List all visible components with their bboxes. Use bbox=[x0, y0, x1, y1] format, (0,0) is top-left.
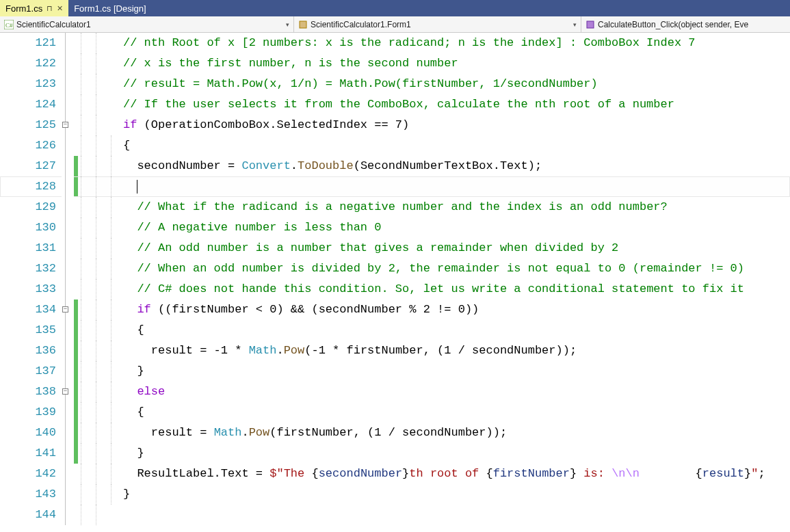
code-text[interactable] bbox=[123, 176, 790, 197]
code-line[interactable]: 136 result = -1 * Math.Pow(-1 * firstNum… bbox=[0, 341, 790, 361]
nav-project-dropdown[interactable]: C# ScientificCalculator1 ▾ bbox=[0, 16, 294, 32]
line-number: 140 bbox=[0, 423, 62, 443]
chevron-down-icon: ▾ bbox=[286, 21, 289, 28]
code-line[interactable]: 133 // C# does not hande this condition.… bbox=[0, 279, 790, 300]
svg-text:C#: C# bbox=[5, 22, 13, 29]
code-line[interactable]: 138− else bbox=[0, 382, 790, 402]
code-text[interactable]: } bbox=[123, 443, 790, 464]
code-text[interactable]: // If the user selects it from the Combo… bbox=[123, 94, 790, 115]
line-number: 128 bbox=[0, 176, 62, 197]
code-text[interactable]: // C# does not hande this condition. So,… bbox=[123, 279, 790, 300]
navigation-bar: C# ScientificCalculator1 ▾ ScientificCal… bbox=[0, 16, 790, 33]
fold-toggle-icon[interactable]: − bbox=[62, 306, 68, 312]
code-text[interactable]: ResultLabel.Text = $"The {secondNumber}t… bbox=[123, 464, 790, 484]
code-line[interactable]: 141 } bbox=[0, 443, 790, 464]
line-number: 123 bbox=[0, 74, 62, 94]
outline-gutter: − bbox=[62, 115, 74, 135]
code-line[interactable]: 134− if ((firstNumber < 0) && (secondNum… bbox=[0, 300, 790, 320]
code-line[interactable]: 129 // What if the radicand is a negativ… bbox=[0, 197, 790, 217]
nav-member-dropdown[interactable]: CalculateButton_Click(object sender, Eve bbox=[581, 16, 790, 32]
line-number: 134 bbox=[0, 300, 62, 320]
outline-gutter bbox=[62, 94, 74, 115]
line-number: 126 bbox=[0, 135, 62, 156]
line-number: 129 bbox=[0, 197, 62, 217]
code-line[interactable]: 140 result = Math.Pow(firstNumber, (1 / … bbox=[0, 423, 790, 443]
method-icon bbox=[585, 20, 595, 29]
line-number: 131 bbox=[0, 238, 62, 258]
code-line[interactable]: 139 { bbox=[0, 402, 790, 423]
code-text[interactable]: // x is the first number, n is the secon… bbox=[123, 53, 790, 74]
code-text[interactable]: result = Math.Pow(firstNumber, (1 / seco… bbox=[123, 423, 790, 443]
tab-form1-design[interactable]: Form1.cs [Design] bbox=[68, 0, 151, 16]
outline-gutter bbox=[62, 402, 74, 423]
nav-class-dropdown[interactable]: ScientificCalculator1.Form1 ▾ bbox=[294, 16, 581, 32]
outline-gutter bbox=[62, 33, 74, 53]
close-icon[interactable]: ✕ bbox=[57, 4, 63, 13]
code-text[interactable]: secondNumber = Convert.ToDouble(SecondNu… bbox=[123, 156, 790, 176]
outline-gutter bbox=[62, 443, 74, 464]
code-text[interactable]: result = -1 * Math.Pow(-1 * firstNumber,… bbox=[123, 341, 790, 361]
code-line[interactable]: 130 // A negative number is less than 0 bbox=[0, 217, 790, 238]
code-line[interactable]: 123// result = Math.Pow(x, 1/n) = Math.P… bbox=[0, 74, 790, 94]
code-text[interactable]: if (OperationComboBox.SelectedIndex == 7… bbox=[123, 115, 790, 135]
line-number: 138 bbox=[0, 382, 62, 402]
tab-form1-cs[interactable]: Form1.cs ⊓ ✕ bbox=[0, 0, 68, 16]
outline-gutter bbox=[62, 361, 74, 382]
code-line[interactable]: 137 } bbox=[0, 361, 790, 382]
code-text[interactable]: else bbox=[123, 382, 790, 402]
code-text[interactable]: // What if the radicand is a negative nu… bbox=[123, 197, 790, 217]
code-line[interactable]: 121// nth Root of x [2 numbers: x is the… bbox=[0, 33, 790, 53]
code-line[interactable]: 132 // When an odd number is divided by … bbox=[0, 258, 790, 279]
outline-gutter bbox=[62, 258, 74, 279]
code-text[interactable]: // When an odd number is divided by 2, t… bbox=[123, 258, 790, 279]
line-number: 141 bbox=[0, 443, 62, 464]
code-line[interactable]: 125−if (OperationComboBox.SelectedIndex … bbox=[0, 115, 790, 135]
code-line[interactable]: 143} bbox=[0, 484, 790, 505]
code-line[interactable]: 142 ResultLabel.Text = $"The {secondNumb… bbox=[0, 464, 790, 484]
code-line[interactable]: 126{ bbox=[0, 135, 790, 156]
code-text[interactable]: { bbox=[123, 320, 790, 341]
code-text[interactable]: // nth Root of x [2 numbers: x is the ra… bbox=[123, 33, 790, 53]
code-text[interactable]: } bbox=[123, 361, 790, 382]
tab-bar: Form1.cs ⊓ ✕ Form1.cs [Design] bbox=[0, 0, 790, 16]
class-icon bbox=[298, 20, 308, 29]
code-text[interactable]: // A negative number is less than 0 bbox=[123, 217, 790, 238]
fold-toggle-icon[interactable]: − bbox=[62, 388, 68, 395]
outline-gutter bbox=[62, 197, 74, 217]
code-line[interactable]: 124// If the user selects it from the Co… bbox=[0, 94, 790, 115]
code-text[interactable]: } bbox=[123, 484, 790, 505]
code-line[interactable]: 144 bbox=[0, 505, 790, 525]
pin-icon[interactable]: ⊓ bbox=[47, 4, 53, 13]
tab-label: Form1.cs [Design] bbox=[74, 3, 146, 14]
svg-rect-2 bbox=[300, 21, 306, 28]
code-text[interactable] bbox=[123, 505, 790, 525]
code-line[interactable]: 127 secondNumber = Convert.ToDouble(Seco… bbox=[0, 156, 790, 176]
outline-gutter bbox=[62, 74, 74, 94]
outline-gutter bbox=[62, 135, 74, 156]
code-line[interactable]: 128 bbox=[0, 176, 790, 197]
code-text[interactable]: // result = Math.Pow(x, 1/n) = Math.Pow(… bbox=[123, 74, 790, 94]
line-number: 137 bbox=[0, 361, 62, 382]
outline-gutter bbox=[62, 505, 74, 525]
line-number: 124 bbox=[0, 94, 62, 115]
code-line[interactable]: 122// x is the first number, n is the se… bbox=[0, 53, 790, 74]
code-text[interactable]: // An odd number is a number that gives … bbox=[123, 238, 790, 258]
code-line[interactable]: 135 { bbox=[0, 320, 790, 341]
code-text[interactable]: if ((firstNumber < 0) && (secondNumber %… bbox=[123, 300, 790, 320]
code-text[interactable]: { bbox=[123, 135, 790, 156]
outline-gutter: − bbox=[62, 382, 74, 402]
outline-gutter: − bbox=[62, 300, 74, 320]
outline-gutter bbox=[62, 464, 74, 484]
outline-gutter bbox=[62, 176, 74, 197]
code-line[interactable]: 131 // An odd number is a number that gi… bbox=[0, 238, 790, 258]
tab-label: Form1.cs bbox=[5, 3, 42, 14]
line-number: 144 bbox=[0, 505, 62, 525]
fold-toggle-icon[interactable]: − bbox=[62, 122, 68, 128]
code-editor[interactable]: 121// nth Root of x [2 numbers: x is the… bbox=[0, 33, 790, 525]
outline-gutter bbox=[62, 53, 74, 74]
line-number: 121 bbox=[0, 33, 62, 53]
outline-gutter bbox=[62, 484, 74, 505]
code-text[interactable]: { bbox=[123, 402, 790, 423]
csharp-icon: C# bbox=[4, 20, 14, 29]
text-caret bbox=[137, 180, 137, 194]
